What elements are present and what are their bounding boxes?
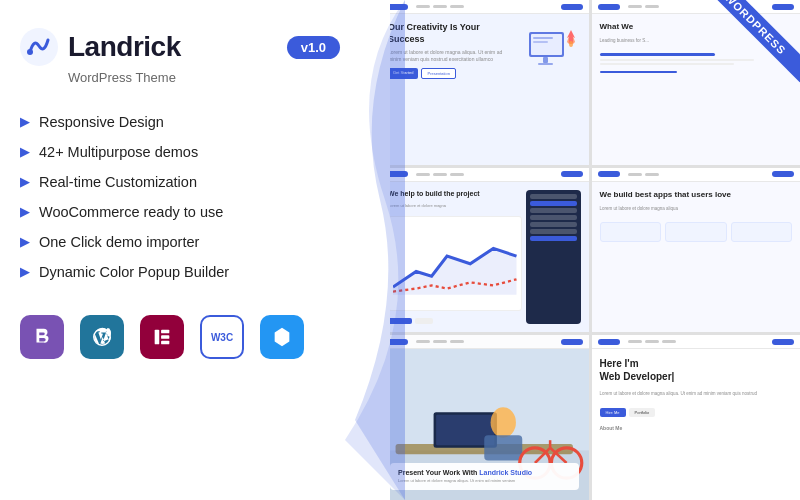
left-panel: Landrick v1.0 WordPress Theme ▶ Responsi… [0,0,390,500]
chart-area [388,216,522,312]
elementor-icon [140,315,184,359]
svg-point-21 [491,408,516,438]
svg-rect-6 [161,341,169,345]
feature-item: ▶ Dynamic Color Popup Builder [20,257,370,287]
feature-label: Real-time Customization [39,174,197,190]
screenshot-1: Our Creativity Is Your Success Lorem ut … [380,0,589,165]
ss6-header [592,335,801,349]
screenshot-4: We build best apps that users love Lorem… [592,168,801,333]
feature-item: ▶ One Click demo importer [20,227,370,257]
screenshot-3: We help to build the project Lorem ut la… [380,168,589,333]
ss1-btn1: Get Started [388,68,418,79]
ss6-btn-portfolio: Portfolio [629,408,656,417]
screenshot-5: Present Your Work With Landrick Studio L… [380,335,589,500]
feature-item: ▶ Real-time Customization [20,167,370,197]
ss3-sidebar [526,190,581,325]
ss3-left: We help to build the project Lorem ut la… [388,190,522,325]
svg-rect-4 [161,330,169,334]
ss5-overlay-link: Landrick Studio [479,469,532,476]
ss1-body: Our Creativity Is Your Success Lorem ut … [380,14,589,165]
bullet-icon: ▶ [20,265,29,279]
wordpress-icon [80,315,124,359]
bullet-icon: ▶ [20,115,29,129]
ss1-text-area: Our Creativity Is Your Success Lorem ut … [388,22,515,79]
feature-label: WooCommerce ready to use [39,204,223,220]
svg-rect-11 [533,41,548,43]
ss1-illustration [521,22,581,82]
bullet-icon: ▶ [20,175,29,189]
svg-rect-5 [161,335,169,339]
ss3-subtitle: Lorem ut labore et dolore magna [388,203,522,208]
ss6-title: Here I'm Web Developer| [600,357,793,383]
brand-name: Landrick [68,31,181,63]
ss3-btns [388,318,522,324]
ss2-content-lines [600,53,793,73]
ss5-overlay-title: Present Your Work With Landrick Studio [398,469,571,476]
tech-icons-bar: W3C [20,315,370,359]
ss5-text-overlay: Present Your Work With Landrick Studio L… [390,463,579,490]
bullet-icon: ▶ [20,235,29,249]
svg-marker-7 [275,328,290,346]
ss6-about: About Me [600,425,793,431]
ss-nav [416,5,464,8]
ss6-buttons: Hire Me Portfolio [600,408,793,417]
feature-label: 42+ Multipurpose demos [39,144,198,160]
svg-point-15 [569,41,573,47]
ss5-overlay-sub: Lorem ut labore et dolore magna aliqua. … [398,478,571,484]
svg-rect-22 [484,435,522,460]
ss3-header [380,168,589,182]
ss3-title: We help to build the project [388,190,522,197]
ss4-body: We build best apps that users love Lorem… [592,182,801,333]
ss6-body: Here I'm Web Developer| Lorem ut labore … [592,349,801,500]
screenshots-grid: Our Creativity Is Your Success Lorem ut … [380,0,800,500]
feature-item: ▶ WooCommerce ready to use [20,197,370,227]
feature-item: ▶ 42+ Multipurpose demos [20,137,370,167]
screenshot-2: WORDPRESS What We Leading business for S… [592,0,801,165]
ss1-title: Our Creativity Is Your Success [388,22,515,45]
features-list: ▶ Responsive Design ▶ 42+ Multipurpose d… [20,107,370,287]
feature-label: Responsive Design [39,114,164,130]
ss6-btn-hire: Hire Me [600,408,626,417]
version-badge: v1.0 [287,36,340,59]
ss3-body: We help to build the project Lorem ut la… [380,182,589,333]
bullet-icon: ▶ [20,205,29,219]
brand-logo-icon [20,28,58,66]
svg-point-1 [27,49,33,55]
w3c-icon: W3C [200,315,244,359]
bullet-icon: ▶ [20,145,29,159]
ss1-buttons: Get Started Presentation [388,68,515,79]
svg-rect-10 [533,37,553,39]
svg-rect-3 [155,330,160,345]
uikit-icon [260,315,304,359]
ss1-subtitle: Lorem ut labore et dolore magna aliqua. … [388,49,515,63]
feature-label: Dynamic Color Popup Builder [39,264,229,280]
ss-cta-btn [561,4,583,10]
screenshot-6: Here I'm Web Developer| Lorem ut labore … [592,335,801,500]
ss1-btn2: Presentation [421,68,455,79]
svg-rect-12 [543,57,548,63]
brand-tagline: WordPress Theme [68,70,370,85]
bootstrap-icon [20,315,64,359]
ss4-header [592,168,801,182]
ss6-subtitle: Lorem ut labore et dolore magna aliqua. … [600,391,793,398]
svg-rect-13 [538,63,553,65]
feature-label: One Click demo importer [39,234,199,250]
feature-item: ▶ Responsive Design [20,107,370,137]
ss2-header [592,0,801,14]
ss4-title: We build best apps that users love [600,190,793,199]
ss4-text: Lorem ut labore et dolore magna aliqua [600,206,793,213]
ss5-header [380,335,589,349]
ss4-cards [600,222,793,242]
logo-area: Landrick v1.0 [20,28,370,66]
ss1-header [380,0,589,14]
